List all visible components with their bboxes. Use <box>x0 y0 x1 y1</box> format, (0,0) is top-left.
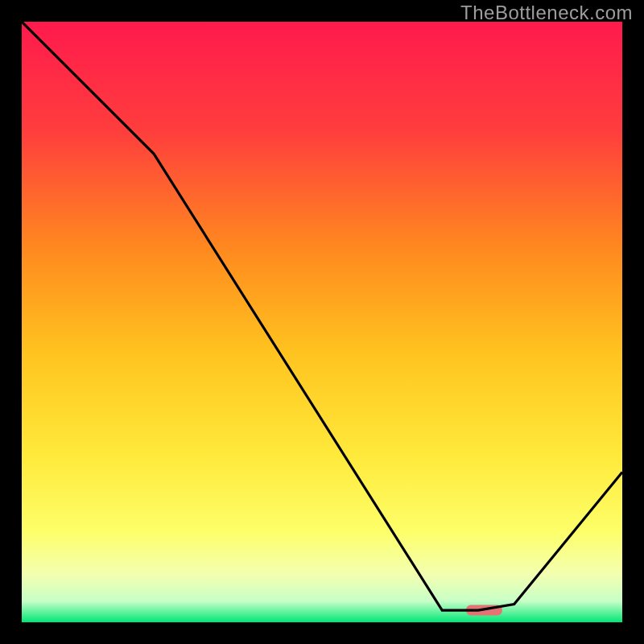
watermark-text: TheBottleneck.com <box>460 2 633 24</box>
bottleneck-curve-chart <box>22 22 622 622</box>
chart-frame: TheBottleneck.com <box>0 0 644 644</box>
plot-area <box>22 22 622 622</box>
